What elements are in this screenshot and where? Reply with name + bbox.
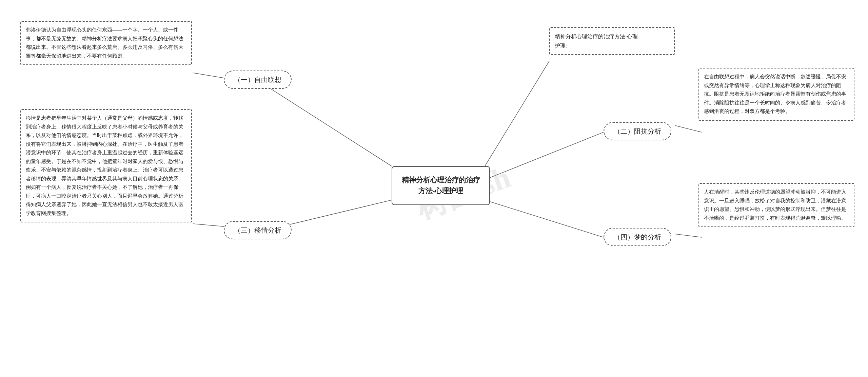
content-box-3: 在自由联想过程中，病人会突然说话中断，叙述缓慢、局促不安或突然有异常情绪等，心理… xyxy=(698,68,854,121)
svg-line-7 xyxy=(485,200,604,237)
branch-label-1: （一）自由联想 xyxy=(234,75,281,84)
content-text-1: 弗洛伊德认为自由浮现心头的任何东西——一个字、一个人、或一件事，都不是无缘无故的… xyxy=(26,27,183,59)
top-right-info-label: 精神分析心理治疗的治疗方法-心理 护理: xyxy=(555,34,638,48)
branch-node-5: （四）梦的分析 xyxy=(604,228,671,246)
mind-map: 树图 sh 精神分析心理治疗的治疗 方法-心理护理 （一）自由联想 弗洛伊德认为… xyxy=(0,0,868,377)
svg-line-3 xyxy=(193,224,224,226)
branch-node-2: （三）移情分析 xyxy=(224,221,292,239)
svg-line-6 xyxy=(675,125,702,132)
svg-line-5 xyxy=(485,132,604,180)
central-node: 精神分析心理治疗的治疗 方法-心理护理 xyxy=(392,166,490,205)
central-label: 精神分析心理治疗的治疗 方法-心理护理 xyxy=(402,175,480,196)
content-text-3: 在自由联想过程中，病人会突然说话中断，叙述缓慢、局促不安或突然有异常情绪等，心理… xyxy=(704,74,846,114)
svg-line-0 xyxy=(264,85,392,166)
svg-line-8 xyxy=(675,234,702,237)
branch-label-2: （三）移情分析 xyxy=(234,226,281,235)
branch-label-4: （二）阻抗分析 xyxy=(614,127,661,136)
svg-line-4 xyxy=(485,61,549,166)
branch-label-5: （四）梦的分析 xyxy=(614,233,661,242)
content-text-2: 移情是患者把早年生活中对某个人（通常是父母）的情感或态度，转移到治疗者身上。移情… xyxy=(26,115,183,216)
svg-line-1 xyxy=(193,73,224,78)
content-box-1: 弗洛伊德认为自由浮现心头的任何东西——一个字、一个人、或一件事，都不是无缘无故的… xyxy=(20,21,192,65)
content-box-2: 移情是患者把早年生活中对某个人（通常是父母）的情感或态度，转移到治疗者身上。移情… xyxy=(20,109,192,222)
content-text-4: 人在清醒时，某些违反伦理道德的愿望冲动被潜抑，不可能进入意识。一旦进入睡眠，放松… xyxy=(704,189,846,221)
branch-node-1: （一）自由联想 xyxy=(224,71,292,89)
top-right-info-box: 精神分析心理治疗的治疗方法-心理 护理: xyxy=(549,27,675,55)
branch-node-4: （二）阻抗分析 xyxy=(604,122,671,140)
content-box-4: 人在清醒时，某些违反伦理道德的愿望冲动被潜抑，不可能进入意识。一旦进入睡眠，放松… xyxy=(698,183,854,227)
